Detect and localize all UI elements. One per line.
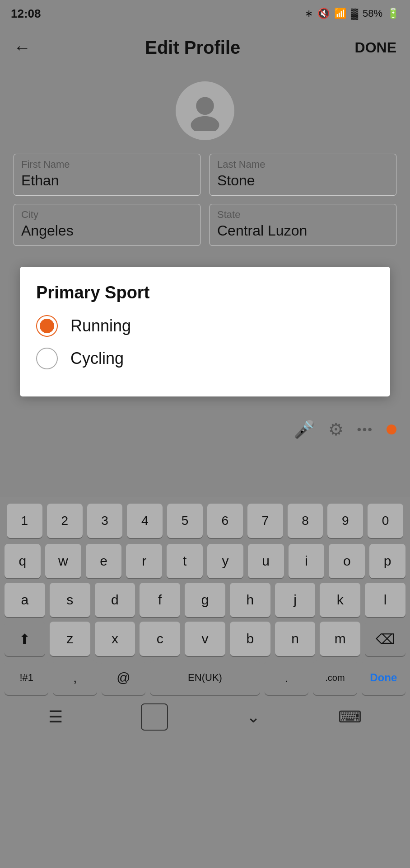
key-d[interactable]: d (95, 583, 135, 617)
key-u[interactable]: u (248, 544, 284, 578)
dialog-title: Primary Sport (36, 283, 374, 302)
key-i[interactable]: i (289, 544, 325, 578)
key-done[interactable]: Done (362, 660, 405, 695)
key-e[interactable]: e (86, 544, 122, 578)
key-v[interactable]: v (185, 622, 225, 656)
key-s[interactable]: s (50, 583, 90, 617)
system-toolbar: 🎤 ⚙ ••• (0, 416, 410, 443)
key-w[interactable]: w (45, 544, 81, 578)
key-x[interactable]: x (95, 622, 135, 656)
svg-point-1 (191, 116, 219, 131)
system-nav-bar: ☰ ⌄ ⌨ (0, 697, 410, 737)
key-y[interactable]: y (207, 544, 243, 578)
key-l[interactable]: l (365, 583, 405, 617)
state-label: State (217, 209, 389, 221)
page-title: Edit Profile (145, 38, 240, 58)
key-n[interactable]: n (275, 622, 316, 656)
first-name-field[interactable]: First Name Ethan (14, 154, 200, 196)
city-value: Angeles (21, 222, 74, 239)
key-dotcom[interactable]: .com (313, 660, 357, 695)
key-a[interactable]: a (5, 583, 45, 617)
radio-running-outer[interactable] (36, 315, 58, 337)
nav-recent-btn[interactable]: ⌄ (247, 708, 260, 726)
orange-dot (387, 425, 396, 434)
key-special[interactable]: !#1 (5, 660, 48, 695)
state-field[interactable]: State Central Luzon (210, 204, 396, 246)
bluetooth-icon: ∗ (305, 8, 313, 19)
key-t[interactable]: t (167, 544, 203, 578)
form-section: First Name Ethan Last Name Stone City An… (0, 149, 410, 259)
keyboard[interactable]: 1 2 3 4 5 6 7 8 9 0 q w e r t y u i o p … (0, 497, 410, 868)
battery-label: 58% (363, 8, 382, 19)
key-p[interactable]: p (369, 544, 405, 578)
profile-avatar-area[interactable] (0, 68, 410, 149)
mic-icon[interactable]: 🎤 (294, 420, 315, 439)
city-label: City (21, 209, 193, 221)
overflow-icon[interactable]: ••• (357, 422, 373, 437)
avatar[interactable] (176, 81, 234, 140)
radio-option-running[interactable]: Running (36, 315, 374, 337)
last-name-field[interactable]: Last Name Stone (210, 154, 396, 196)
top-nav: ← Edit Profile DONE (0, 27, 410, 68)
key-comma[interactable]: , (53, 660, 97, 695)
name-row: First Name Ethan Last Name Stone (14, 154, 396, 204)
city-field[interactable]: City Angeles (14, 204, 200, 246)
battery-icon: 🔋 (387, 8, 399, 19)
key-j[interactable]: j (275, 583, 316, 617)
key-4[interactable]: 4 (127, 504, 163, 538)
key-q[interactable]: q (5, 544, 41, 578)
wifi-icon: 📶 (334, 8, 346, 19)
key-6[interactable]: 6 (207, 504, 243, 538)
svg-point-0 (196, 97, 214, 115)
key-o[interactable]: o (329, 544, 365, 578)
status-bar: 12:08 ∗ 🔇 📶 ▓ 58% 🔋 (0, 0, 410, 27)
state-value: Central Luzon (217, 222, 307, 239)
home-square-icon[interactable] (141, 703, 168, 731)
key-7[interactable]: 7 (247, 504, 283, 538)
key-b[interactable]: b (230, 622, 270, 656)
avatar-icon (185, 90, 225, 131)
nav-back-btn[interactable]: ☰ (48, 708, 63, 726)
radio-running-label: Running (70, 316, 131, 335)
key-1[interactable]: 1 (7, 504, 42, 538)
gear-icon[interactable]: ⚙ (328, 420, 344, 439)
keyboard-qwerty-row: q w e r t y u i o p (0, 542, 410, 580)
radio-option-cycling[interactable]: Cycling (36, 348, 374, 369)
key-9[interactable]: 9 (327, 504, 363, 538)
key-shift[interactable]: ⬆ (5, 622, 45, 656)
key-8[interactable]: 8 (288, 504, 323, 538)
key-5[interactable]: 5 (167, 504, 203, 538)
nav-home-btn[interactable] (141, 703, 168, 731)
key-period[interactable]: . (265, 660, 308, 695)
key-backspace[interactable]: ⌫ (365, 622, 405, 656)
key-z[interactable]: z (50, 622, 90, 656)
primary-sport-dialog: Primary Sport Running Cycling (20, 267, 390, 396)
done-button[interactable]: DONE (355, 39, 396, 56)
key-k[interactable]: k (320, 583, 360, 617)
key-h[interactable]: h (230, 583, 270, 617)
first-name-label: First Name (21, 159, 193, 170)
radio-cycling-label: Cycling (70, 349, 124, 368)
mute-icon: 🔇 (317, 8, 330, 19)
last-name-value: Stone (217, 172, 255, 189)
back-button[interactable]: ← (14, 38, 31, 57)
key-g[interactable]: g (185, 583, 225, 617)
key-f[interactable]: f (140, 583, 180, 617)
last-name-label: Last Name (217, 159, 389, 170)
keyboard-number-row: 1 2 3 4 5 6 7 8 9 0 (0, 497, 410, 542)
status-icons: ∗ 🔇 📶 ▓ 58% 🔋 (305, 8, 399, 19)
keyboard-bottom-row: !#1 , @ EN(UK) . .com Done (0, 658, 410, 697)
key-3[interactable]: 3 (87, 504, 123, 538)
radio-cycling-outer[interactable] (36, 348, 58, 369)
key-c[interactable]: c (140, 622, 180, 656)
nav-keyboard-btn[interactable]: ⌨ (338, 708, 362, 726)
key-2[interactable]: 2 (47, 504, 83, 538)
radio-running-inner (40, 319, 54, 333)
key-r[interactable]: r (126, 544, 162, 578)
key-at[interactable]: @ (102, 660, 145, 695)
keyboard-zxcv-row: ⬆ z x c v b n m ⌫ (0, 619, 410, 658)
key-0[interactable]: 0 (368, 504, 403, 538)
key-space[interactable]: EN(UK) (150, 660, 260, 695)
key-m[interactable]: m (320, 622, 360, 656)
signal-icon: ▓ (351, 8, 358, 19)
